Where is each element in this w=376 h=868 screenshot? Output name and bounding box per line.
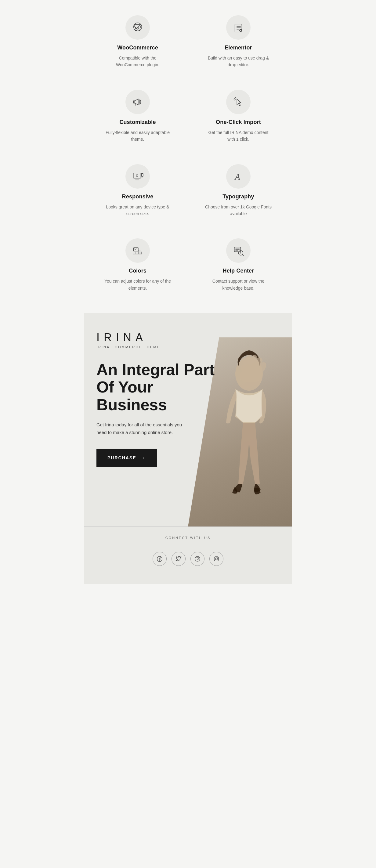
typography-icon: A — [232, 170, 244, 182]
social-icons-row — [96, 552, 280, 566]
svg-point-19 — [142, 178, 142, 178]
elementor-desc: Build with an easy to use drag & drop ed… — [205, 55, 272, 68]
customizable-desc: Fully-flexible and easily adaptable them… — [104, 129, 171, 143]
colors-title: Colors — [129, 268, 147, 274]
elementor-icon-circle — [226, 15, 251, 40]
hero-section: IRINA IRINA ECOMMERCE THEME An Integral … — [84, 313, 292, 526]
svg-line-13 — [234, 99, 235, 100]
elementor-icon — [232, 22, 244, 33]
svg-point-20 — [136, 175, 138, 177]
feature-colors: Colors You can adjust colors for any of … — [90, 235, 185, 294]
hero-headline-line1: An Integral Part — [96, 361, 215, 378]
help-center-icon — [232, 245, 244, 256]
svg-point-2 — [139, 30, 140, 31]
monitor-icon — [132, 170, 144, 182]
facebook-icon — [157, 556, 163, 562]
svg-rect-10 — [134, 101, 135, 103]
colors-icon-circle — [125, 238, 150, 263]
pinterest-icon-button[interactable] — [190, 552, 205, 566]
connect-line-right — [216, 541, 280, 541]
feature-one-click: One-Click Import Get the full IRINA demo… — [191, 87, 286, 146]
connect-line-left — [96, 541, 160, 541]
cursor-icon — [232, 96, 244, 108]
hero-body-text: Get Irina today for all of the essential… — [96, 421, 188, 436]
one-click-icon-circle — [226, 90, 251, 114]
hero-headline: An Integral Part Of Your Business — [96, 361, 219, 413]
responsive-icon-circle — [125, 164, 150, 189]
pinterest-icon — [194, 556, 200, 562]
svg-point-38 — [217, 557, 218, 558]
help-center-desc: Contact support or view the knowledge ba… — [205, 278, 272, 291]
purchase-label: PURCHASE — [107, 455, 136, 460]
svg-rect-24 — [136, 249, 137, 250]
svg-line-31 — [242, 255, 244, 256]
instagram-icon — [213, 556, 219, 562]
woocommerce-icon-circle — [125, 15, 150, 40]
svg-text:A: A — [234, 172, 241, 182]
one-click-desc: Get the full IRINA demo content with 1 c… — [205, 129, 272, 143]
woocommerce-icon — [132, 22, 144, 33]
features-section: WooCommerce Compatible with the WooComme… — [84, 0, 292, 313]
brand-subtitle: IRINA ECOMMERCE THEME — [96, 345, 219, 349]
feature-help-center: Help Center Contact support or view the … — [191, 235, 286, 294]
one-click-title: One-Click Import — [216, 119, 261, 125]
connect-label: CONNECT WITH US — [165, 536, 211, 539]
feature-customizable: Customizable Fully-flexible and easily a… — [90, 87, 185, 146]
woocommerce-title: WooCommerce — [117, 44, 158, 51]
facebook-icon-button[interactable] — [153, 552, 167, 566]
feature-elementor: Elementor Build with an easy to use drag… — [191, 12, 286, 71]
svg-line-11 — [234, 98, 236, 99]
typography-title: Typography — [222, 193, 254, 200]
feature-typography: A Typography Choose from over 1k Google … — [191, 161, 286, 220]
features-grid: WooCommerce Compatible with the WooComme… — [90, 12, 286, 294]
svg-point-1 — [135, 30, 136, 31]
twitter-icon — [176, 556, 182, 562]
customizable-title: Customizable — [119, 119, 156, 125]
svg-rect-17 — [141, 173, 143, 177]
connect-divider: CONNECT WITH US — [96, 536, 280, 546]
hero-headline-line2: Of Your Business — [96, 378, 167, 413]
help-center-title: Help Center — [222, 268, 254, 274]
elementor-title: Elementor — [225, 44, 252, 51]
responsive-title: Responsive — [122, 193, 154, 200]
feature-responsive: Responsive Looks great on any device typ… — [90, 161, 185, 220]
typography-icon-circle: A — [226, 164, 251, 189]
purchase-arrow-icon: → — [140, 455, 146, 461]
svg-rect-14 — [133, 173, 141, 178]
feature-woocommerce: WooCommerce Compatible with the WooComme… — [90, 12, 185, 71]
colors-desc: You can adjust colors for any of the ele… — [104, 278, 171, 291]
hero-content: IRINA IRINA ECOMMERCE THEME An Integral … — [96, 331, 219, 467]
megaphone-icon — [132, 96, 144, 108]
svg-point-37 — [216, 558, 218, 560]
svg-rect-23 — [134, 249, 135, 250]
colors-icon — [132, 245, 144, 256]
instagram-icon-button[interactable] — [209, 552, 223, 566]
social-section: CONNECT WITH US — [84, 526, 292, 584]
typography-desc: Choose from over 1k Google Fonts availab… — [205, 204, 272, 217]
svg-rect-36 — [214, 557, 219, 561]
twitter-icon-button[interactable] — [171, 552, 186, 566]
responsive-desc: Looks great on any device type & screen … — [104, 204, 171, 217]
help-center-icon-circle — [226, 238, 251, 263]
svg-line-12 — [236, 97, 236, 99]
brand-logo: IRINA — [96, 331, 219, 344]
customizable-icon-circle — [125, 90, 150, 114]
purchase-button[interactable]: PURCHASE → — [96, 448, 157, 467]
woocommerce-desc: Compatible with the WooCommerce plugin. — [104, 55, 171, 68]
